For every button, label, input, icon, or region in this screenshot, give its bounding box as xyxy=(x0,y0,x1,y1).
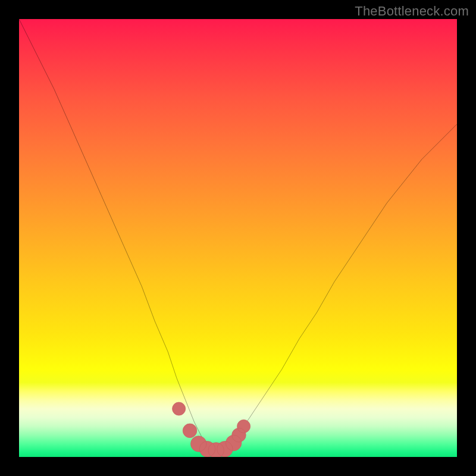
plot-area xyxy=(19,19,457,457)
highlight-markers xyxy=(173,402,250,457)
bottleneck-curve xyxy=(19,19,457,448)
watermark-text: TheBottleneck.com xyxy=(355,4,469,19)
chart-svg xyxy=(19,19,457,457)
outer-frame: TheBottleneck.com xyxy=(0,0,476,476)
